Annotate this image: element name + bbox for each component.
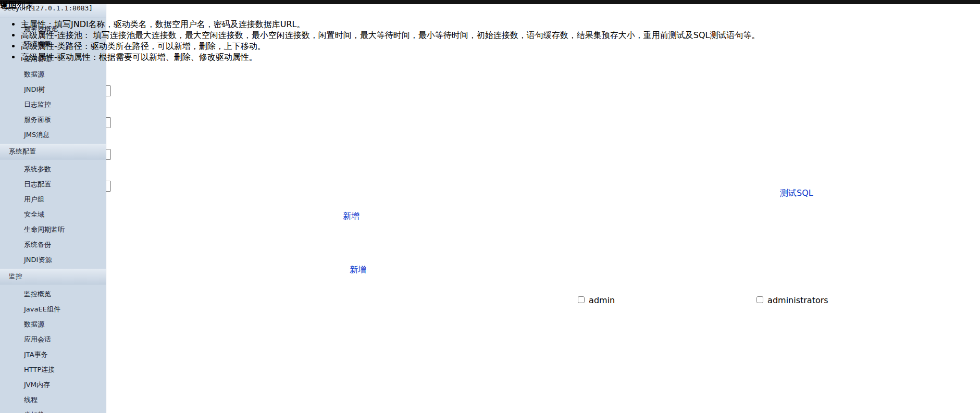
help-bullet: 主属性：填写JNDI名称，驱动类名，数据空用户名，密码及连接数据库URL。 bbox=[21, 19, 760, 30]
sidebar-item[interactable]: 系统配置 bbox=[0, 144, 106, 159]
classpath-add-link[interactable]: 新增 bbox=[341, 211, 361, 222]
sidebar-item[interactable]: 系统参数 bbox=[0, 161, 106, 177]
sidebar-item-label: 日志监控 bbox=[24, 100, 51, 109]
sidebar-item-label: JavaEE组件 bbox=[24, 305, 60, 314]
sidebar-item[interactable]: JTA事务 bbox=[0, 347, 106, 362]
jndi-label: JNDI： bbox=[0, 74, 980, 85]
sidebar-item-label: 监控 bbox=[9, 272, 22, 281]
sidebar-item-label: JTA事务 bbox=[24, 350, 48, 359]
required-url: * bbox=[0, 192, 980, 202]
sidebar-item-label: 安全域 bbox=[24, 210, 44, 219]
sidebar-item[interactable]: 数据源 bbox=[0, 317, 106, 332]
sidebar-item-label: JNDI树 bbox=[24, 85, 45, 94]
section-title-advanced: 高级属性 bbox=[0, 202, 980, 212]
sidebar-item-label: JMS消息 bbox=[24, 130, 49, 140]
sidebar-item[interactable]: 服务面板 bbox=[0, 112, 106, 127]
required-driver-class: * bbox=[0, 160, 980, 170]
required-jndi: * bbox=[0, 96, 980, 106]
remote-groups-list: administrators bbox=[754, 295, 828, 305]
sidebar-item-label: 监控概览 bbox=[24, 290, 51, 299]
sidebar-item-label: 服务面板 bbox=[24, 115, 51, 124]
sidebar-item[interactable]: 应用会话 bbox=[0, 332, 106, 347]
remote-group-label: administrators bbox=[767, 295, 828, 305]
test-sql-link[interactable]: 测试SQL bbox=[780, 188, 813, 199]
sidebar-item[interactable]: JNDI资源 bbox=[0, 252, 106, 267]
required-password: * bbox=[0, 128, 980, 138]
sidebar-item-label: 应用会话 bbox=[24, 335, 51, 344]
remote-user-label: admin bbox=[589, 295, 615, 305]
sidebar-item-label: HTTP连接 bbox=[24, 365, 55, 374]
sidebar-item-label: 线程 bbox=[24, 395, 38, 405]
sidebar-item[interactable]: JavaEE组件 bbox=[0, 302, 106, 317]
url-label: URL： bbox=[0, 170, 980, 181]
sidebar-item[interactable]: 日志配置 bbox=[0, 177, 106, 192]
help-bullet: 高级属性-驱动属性：根据需要可以新增、删除、修改驱动属性。 bbox=[21, 52, 760, 63]
sidebar-item[interactable]: 监控概览 bbox=[0, 286, 106, 302]
sidebar-item-label: JVM内存 bbox=[24, 380, 50, 390]
sidebar-item[interactable]: HTTP连接 bbox=[0, 362, 106, 377]
sidebar-item[interactable]: 日志监控 bbox=[0, 97, 106, 112]
sidebar-items: 服务器概览 环境概要 应用管理 数据源 JNDI树 日志监控 服务面板 bbox=[0, 18, 106, 413]
remote-group-item: administrators bbox=[754, 295, 828, 305]
driver-class-label: 驱动类名： bbox=[0, 138, 980, 149]
page: seeyon[127.0.1.1:8083] 服务器概览 环境概要 应用管理 数… bbox=[0, 0, 980, 413]
sidebar-item[interactable]: 系统备份 bbox=[0, 237, 106, 252]
sidebar-item[interactable]: 生命周期监听 bbox=[0, 222, 106, 237]
help-bullets: 主属性：填写JNDI名称，驱动类名，数据空用户名，密码及连接数据库URL。高级属… bbox=[0, 19, 760, 63]
help-panel: 说明 主属性：填写JNDI名称，驱动类名，数据空用户名，密码及连接数据库URL。… bbox=[0, 0, 760, 71]
password-label: 密码： bbox=[0, 106, 980, 117]
sidebar-item-label: JNDI资源 bbox=[24, 255, 52, 265]
sidebar-item-label: 生命周期监听 bbox=[24, 225, 65, 234]
sidebar-item[interactable]: JNDI树 bbox=[0, 82, 106, 97]
sidebar-item[interactable]: 用户组 bbox=[0, 192, 106, 207]
sidebar-item-label: 类加载 bbox=[24, 410, 44, 413]
remote-user-item: admin bbox=[576, 295, 615, 305]
sidebar-item[interactable]: 类加载 bbox=[0, 407, 106, 413]
help-title: 说明 bbox=[0, 0, 760, 11]
sidebar-item-label: 数据源 bbox=[24, 320, 44, 329]
remote-user-checkbox[interactable] bbox=[578, 296, 585, 303]
sidebar-item-label: 系统参数 bbox=[24, 165, 51, 174]
sidebar-item[interactable]: JMS消息 bbox=[0, 127, 106, 142]
help-bullet: 高级属性-类路径：驱动类所在路径，可以新增，删除，上下移动。 bbox=[21, 41, 760, 52]
help-bullet: 高级属性-连接池： 填写连接池最大连接数，最大空闲连接数，最小空闲连接数，闲置时… bbox=[21, 30, 760, 41]
sidebar-item-label: 日志配置 bbox=[24, 180, 51, 189]
remote-users-list: admin bbox=[576, 295, 615, 305]
sidebar-item[interactable]: 线程 bbox=[0, 392, 106, 407]
sidebar-item-label: 系统配置 bbox=[9, 147, 36, 156]
driver-props-add-link[interactable]: 新增 bbox=[348, 265, 368, 276]
sidebar-item[interactable]: JVM内存 bbox=[0, 377, 106, 392]
sidebar-item[interactable]: 安全域 bbox=[0, 207, 106, 222]
sidebar-item-label: 用户组 bbox=[24, 195, 44, 204]
remote-group-checkbox[interactable] bbox=[756, 296, 763, 303]
pool-legend: 连接池 bbox=[0, 308, 980, 319]
sidebar-item[interactable]: 监控 bbox=[0, 269, 106, 284]
sidebar-item-label: 系统备份 bbox=[24, 240, 51, 249]
